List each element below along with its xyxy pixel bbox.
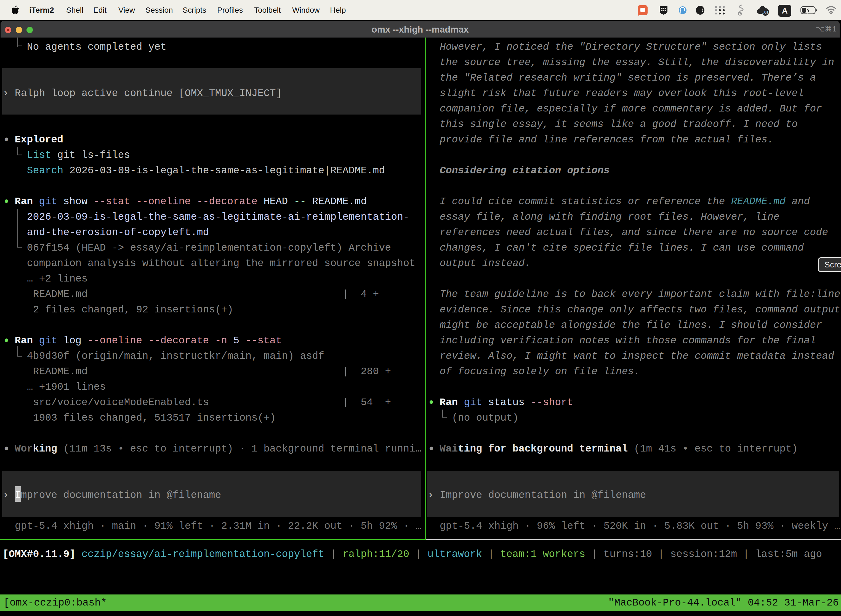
svg-text:..61: ..61 — [762, 10, 769, 14]
